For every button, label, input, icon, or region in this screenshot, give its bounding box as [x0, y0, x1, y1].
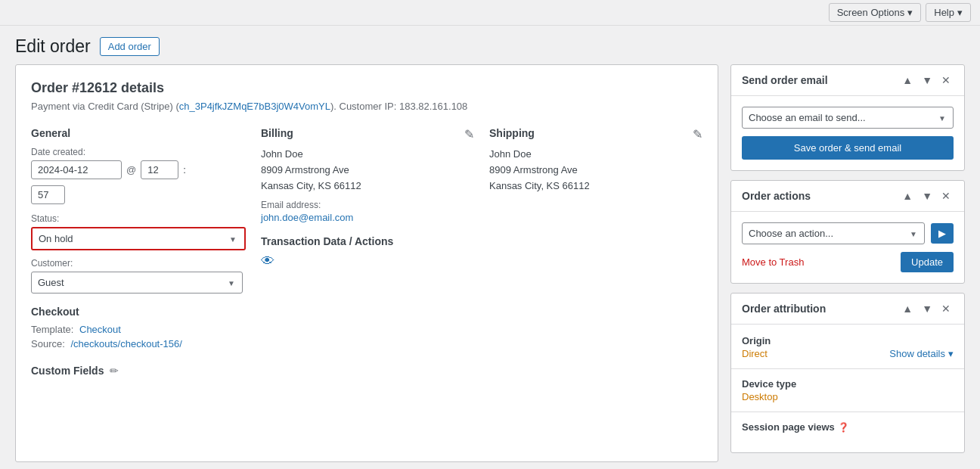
shipping-name: John Doe [489, 147, 702, 163]
help-circle-icon: ❓ [838, 422, 849, 433]
checkout-section: Checkout Template: Checkout Source: /che… [31, 306, 246, 349]
order-actions-up[interactable]: ▲ [899, 188, 916, 203]
save-email-button[interactable]: Save order & send email [742, 136, 954, 160]
add-order-button[interactable]: Add order [100, 37, 160, 56]
email-dropdown-wrapper: Choose an email to send... [742, 107, 954, 129]
at-symbol: @ [126, 164, 136, 175]
eye-icon[interactable]: 👁 [261, 253, 274, 269]
template-link[interactable]: Checkout [79, 324, 121, 335]
order-actions-close[interactable]: ✕ [938, 188, 954, 203]
source-row: Source: /checkouts/checkout-156/ [31, 338, 246, 349]
order-details-title: Order #12612 details [31, 80, 702, 96]
chevron-down-icon: ▾ [907, 7, 913, 18]
chevron-down-icon: ▾ [948, 348, 954, 359]
subtitle-suffix: ). Customer IP: 183.82.161.108 [330, 101, 467, 112]
send-email-collapse-down[interactable]: ▼ [919, 73, 935, 88]
date-field-row: @ : [31, 160, 246, 179]
shipping-edit-icon[interactable]: ✎ [693, 127, 702, 141]
screen-options-button[interactable]: Screen Options ▾ [829, 3, 922, 22]
action-go-button[interactable]: ▶ [931, 223, 954, 244]
session-row: Session page views ❓ [742, 421, 954, 433]
page-header: Edit order Add order [0, 26, 980, 64]
order-attribution-up[interactable]: ▲ [899, 301, 916, 316]
action-dropdown-wrapper: Choose an action... [742, 222, 925, 244]
billing-email[interactable]: john.doe@email.com [261, 212, 353, 223]
email-label: Email address: [261, 200, 474, 210]
help-button[interactable]: Help ▾ [926, 3, 971, 22]
checkout-title: Checkout [31, 306, 246, 318]
send-email-controls: ▲ ▼ ✕ [899, 73, 954, 88]
email-dropdown[interactable]: Choose an email to send... [742, 107, 954, 129]
order-actions-down[interactable]: ▼ [919, 188, 935, 203]
customer-select[interactable]: Guest [31, 272, 243, 294]
action-dropdown[interactable]: Choose an action... [742, 222, 925, 244]
send-email-collapse-up[interactable]: ▲ [899, 73, 916, 88]
origin-key: Origin [742, 335, 954, 346]
general-section: General Date created: @ : Status: [31, 127, 246, 377]
order-actions-body: Choose an action... ▶ Move to Trash Upda… [731, 212, 964, 283]
template-label: Template: [31, 324, 73, 335]
send-email-header: Send order email ▲ ▼ ✕ [731, 65, 964, 96]
top-bar: Screen Options ▾ Help ▾ [0, 0, 980, 26]
divider [731, 368, 964, 369]
update-button[interactable]: Update [901, 252, 954, 272]
billing-edit-icon[interactable]: ✎ [464, 127, 474, 141]
transaction-title: Transaction Data / Actions [261, 235, 474, 247]
main-layout: Order #12612 details Payment via Credit … [0, 64, 980, 469]
send-email-close[interactable]: ✕ [938, 73, 954, 88]
session-key: Session page views [742, 421, 835, 433]
status-select-wrapper: On hold Pending payment Processing Compl… [31, 227, 246, 250]
custom-fields-title: Custom Fields [31, 365, 104, 377]
origin-row: Origin Direct Show details ▾ [742, 335, 954, 359]
status-select[interactable]: On hold Pending payment Processing Compl… [33, 228, 244, 249]
billing-name: John Doe [261, 147, 474, 163]
help-label: Help [934, 7, 954, 18]
origin-value-row: Direct Show details ▾ [742, 348, 954, 359]
action-row: Choose an action... ▶ [742, 222, 954, 244]
screen-options-label: Screen Options [837, 7, 905, 18]
status-select-container: On hold Pending payment Processing Compl… [33, 228, 244, 249]
order-actions-header: Order actions ▲ ▼ ✕ [731, 181, 964, 212]
order-attribution-close[interactable]: ✕ [938, 301, 954, 316]
order-attribution-box: Order attribution ▲ ▼ ✕ Origin Direct Sh… [730, 293, 965, 453]
stripe-transaction-link[interactable]: ch_3P4jfkJZMqE7bB3j0W4VomYL [179, 101, 330, 112]
session-key-row: Session page views ❓ [742, 421, 954, 433]
trash-update-row: Move to Trash Update [742, 252, 954, 272]
colon-symbol: : [183, 164, 186, 175]
minute-input[interactable] [31, 185, 65, 204]
device-row: Device type Desktop [742, 378, 954, 402]
order-actions-title: Order actions [742, 190, 811, 202]
sidebar: Send order email ▲ ▼ ✕ Choose an email t… [730, 64, 965, 462]
template-row: Template: Checkout [31, 324, 246, 335]
customer-select-wrapper: Guest [31, 272, 243, 294]
general-title: General [31, 127, 246, 139]
order-actions-controls: ▲ ▼ ✕ [899, 188, 954, 203]
minute-row [31, 185, 246, 204]
order-attribution-body: Origin Direct Show details ▾ Device type… [731, 325, 964, 452]
hour-input[interactable] [141, 160, 178, 179]
divider2 [731, 412, 964, 412]
send-email-body: Choose an email to send... Save order & … [731, 96, 964, 170]
sections-grid: General Date created: @ : Status: [31, 127, 702, 377]
move-to-trash-link[interactable]: Move to Trash [742, 256, 804, 268]
customer-label: Customer: [31, 258, 246, 269]
order-attribution-title: Order attribution [742, 303, 826, 315]
billing-address1: 8909 Armstrong Ave [261, 163, 474, 179]
device-key: Device type [742, 378, 954, 390]
billing-section: Billing ✎ John Doe 8909 Armstrong Ave Ka… [261, 127, 474, 377]
pencil-icon[interactable]: ✏ [110, 365, 119, 377]
status-label: Status: [31, 213, 246, 224]
order-attribution-down[interactable]: ▼ [919, 301, 935, 316]
device-value: Desktop [742, 391, 954, 402]
shipping-section: Shipping ✎ John Doe 8909 Armstrong Ave K… [489, 127, 702, 377]
custom-fields-section: Custom Fields ✏ [31, 365, 246, 377]
send-email-box: Send order email ▲ ▼ ✕ Choose an email t… [730, 64, 965, 171]
shipping-title: Shipping [489, 127, 702, 139]
show-details-link[interactable]: Show details ▾ [889, 348, 954, 359]
source-label: Source: [31, 338, 65, 349]
send-email-title: Send order email [742, 74, 828, 86]
chevron-down-icon: ▾ [957, 7, 963, 18]
source-link[interactable]: /checkouts/checkout-156/ [70, 338, 181, 349]
main-panel: Order #12612 details Payment via Credit … [15, 64, 718, 462]
date-input[interactable] [31, 160, 122, 179]
